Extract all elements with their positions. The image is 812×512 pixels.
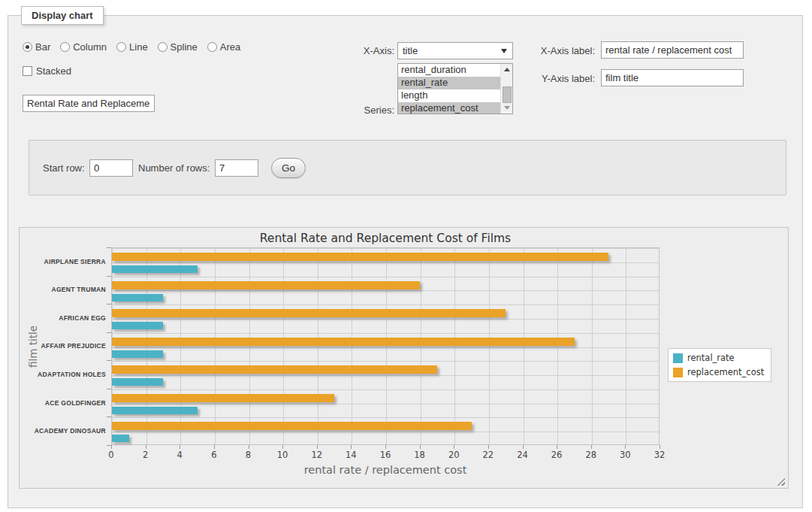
radio-label: Area — [220, 41, 240, 53]
bar-replacement_cost — [112, 338, 575, 346]
scroll-up-button[interactable] — [501, 64, 513, 75]
x-tick-mark — [557, 445, 557, 449]
radio-label: Line — [129, 41, 148, 53]
x-tick-label: 20 — [439, 450, 469, 460]
radio-icon[interactable] — [158, 42, 168, 52]
radio-icon[interactable] — [207, 42, 217, 52]
x-tick-mark — [420, 445, 421, 449]
chart-type-option-bar[interactable]: Bar — [23, 41, 50, 53]
chart-y-axis-title: film title — [27, 247, 39, 445]
x-axis-label-input[interactable] — [601, 41, 744, 59]
x-tick-mark — [385, 445, 386, 449]
legend-swatch-icon — [673, 353, 683, 363]
chart-plot-area — [111, 247, 660, 445]
series-option-length[interactable]: length — [398, 89, 500, 102]
x-tick-label: 16 — [370, 450, 400, 460]
radio-label: Column — [73, 41, 107, 53]
stacked-checkbox[interactable] — [23, 66, 32, 76]
series-option-rental_rate[interactable]: rental_rate — [398, 77, 500, 89]
y-tick-mark — [107, 389, 111, 389]
y-tick-mark — [107, 276, 111, 277]
category-label: AIRPLANE SIERRA — [44, 247, 106, 276]
x-tick-label: 2 — [131, 450, 161, 460]
x-tick-mark — [180, 445, 180, 449]
scrollbar-thumb[interactable] — [503, 86, 512, 103]
legend-label: replacement_cost — [687, 367, 764, 377]
series-option-rental_duration[interactable]: rental_duration — [398, 64, 500, 77]
y-axis-label-input[interactable] — [601, 69, 744, 86]
radio-icon[interactable] — [23, 42, 32, 52]
x-tick-label: 8 — [234, 450, 264, 460]
category-label: AFRICAN EGG — [59, 304, 106, 332]
y-tick-mark — [107, 417, 111, 417]
radio-label: Spline — [171, 41, 198, 53]
bar-rental_rate — [112, 435, 129, 442]
x-tick-mark — [111, 445, 112, 449]
y-tick-mark — [107, 304, 111, 304]
bar-replacement_cost — [112, 253, 608, 261]
start-row-label: Start row: — [43, 162, 85, 174]
x-axis-selected-value: title — [398, 45, 501, 56]
start-row-input[interactable] — [89, 159, 133, 177]
stacked-checkbox-row[interactable]: Stacked — [23, 65, 71, 77]
category-label: ADAPTATION HOLES — [38, 360, 106, 389]
bar-replacement_cost — [112, 365, 437, 374]
x-tick-label: 4 — [165, 450, 195, 460]
number-of-rows-label: Number of rows: — [138, 162, 210, 174]
chart-type-option-line[interactable]: Line — [116, 41, 148, 53]
category-label: ACE GOLDFINGER — [45, 389, 106, 417]
number-of-rows-input[interactable] — [215, 159, 258, 177]
series-option-replacement_cost[interactable]: replacement_cost — [398, 102, 500, 114]
legend-label: rental_rate — [687, 353, 735, 363]
x-tick-mark — [282, 445, 283, 449]
bar-replacement_cost — [112, 422, 472, 430]
radio-label: Bar — [35, 41, 50, 53]
x-tick-mark — [454, 445, 454, 449]
x-tick-mark — [317, 445, 318, 449]
y-tick-mark — [107, 332, 111, 333]
chart-title: Rental Rate and Replacement Cost of Film… — [111, 232, 660, 245]
x-tick-label: 22 — [473, 450, 503, 460]
x-tick-mark — [488, 445, 489, 449]
category-label: AGENT TRUMAN — [51, 276, 106, 304]
series-select-label: Series: — [338, 105, 394, 116]
bar-replacement_cost — [112, 394, 334, 402]
radio-icon[interactable] — [116, 42, 126, 52]
bar-replacement_cost — [112, 309, 506, 317]
x-tick-label: 24 — [508, 450, 538, 460]
x-tick-label: 12 — [302, 450, 332, 460]
chart-title-input[interactable] — [23, 95, 155, 112]
chart-type-option-column[interactable]: Column — [60, 41, 107, 53]
x-tick-label: 30 — [610, 450, 640, 460]
x-tick-mark — [625, 445, 626, 449]
x-axis-label-label: X-Axis label: — [533, 45, 595, 56]
go-button[interactable]: Go — [271, 158, 306, 178]
series-multiselect[interactable]: rental_durationrental_ratelengthreplacem… — [397, 63, 513, 114]
triangle-down-icon — [504, 106, 510, 110]
stacked-label: Stacked — [36, 65, 71, 77]
bar-rental_rate — [112, 294, 163, 301]
chart-type-option-area[interactable]: Area — [207, 41, 240, 53]
x-tick-label: 32 — [644, 450, 675, 460]
y-tick-mark — [107, 247, 111, 248]
category-label: ACADEMY DINOSAUR — [35, 417, 106, 445]
legend-swatch-icon — [673, 368, 683, 377]
scroll-down-button[interactable] — [501, 102, 513, 114]
bar-replacement_cost — [112, 281, 420, 289]
chart-container: Rental Rate and Replacement Cost of Film… — [19, 227, 789, 489]
legend-row: replacement_cost — [673, 367, 764, 377]
y-tick-mark — [107, 360, 111, 361]
x-tick-mark — [591, 445, 592, 449]
x-tick-mark — [146, 445, 146, 449]
legend-row: rental_rate — [673, 353, 764, 363]
x-tick-mark — [249, 445, 249, 449]
series-scrollbar[interactable] — [500, 64, 512, 114]
radio-icon[interactable] — [60, 42, 70, 52]
x-tick-label: 14 — [336, 450, 366, 460]
x-tick-label: 18 — [405, 450, 435, 460]
category-label: AFFAIR PREJUDICE — [41, 332, 106, 361]
x-axis-select[interactable]: title — [397, 42, 513, 59]
rows-range-fieldset: Start row: Number of rows: Go — [29, 140, 786, 195]
resize-handle[interactable] — [777, 477, 785, 486]
chart-type-option-spline[interactable]: Spline — [158, 41, 198, 53]
